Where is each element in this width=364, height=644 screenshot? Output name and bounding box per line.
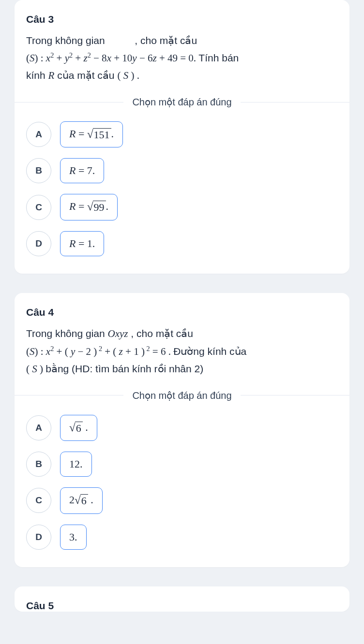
- prompt-text: Chọn một đáp án đúng: [123, 96, 240, 108]
- math-var: z: [119, 346, 123, 357]
- text: 3.: [69, 531, 77, 543]
- text: của mặt cầu: [54, 70, 117, 81]
- math-var: R: [69, 200, 76, 212]
- text: + 1 ): [123, 346, 145, 357]
- text: ) .: [128, 70, 139, 81]
- text: 12.: [69, 458, 83, 470]
- math-var: S: [30, 346, 35, 357]
- text: .: [83, 421, 88, 433]
- text: (: [117, 70, 123, 81]
- math-var: y: [71, 346, 75, 357]
- text: Trong không gian: [26, 328, 108, 339]
- text: Tính bán: [198, 52, 239, 63]
- divider-line: [15, 395, 123, 395]
- text: .: [88, 494, 93, 506]
- math-var: O: [108, 328, 115, 339]
- text: , cho mặt cầu: [128, 328, 194, 339]
- prompt-divider: Chọn một đáp án đúng: [15, 96, 349, 108]
- option-letter[interactable]: D: [26, 525, 51, 550]
- math-var: x: [46, 52, 50, 64]
- option-content[interactable]: 2√6 .: [60, 487, 103, 513]
- text: = 6 .: [150, 346, 171, 357]
- text: + 49 = 0.: [157, 52, 196, 64]
- sqrt-arg: 6: [75, 422, 83, 435]
- sqrt-arg: 6: [80, 494, 88, 507]
- option-letter[interactable]: B: [26, 452, 51, 477]
- text: .: [106, 200, 109, 212]
- option-letter[interactable]: C: [26, 488, 51, 513]
- text: = 7.: [76, 164, 95, 176]
- question-title: Câu 5: [26, 600, 338, 612]
- text: = 1.: [76, 237, 95, 249]
- option-letter[interactable]: A: [26, 122, 51, 147]
- option-letter[interactable]: A: [26, 415, 51, 440]
- question-title: Câu 3: [26, 14, 338, 25]
- sqrt-arg: 151: [93, 128, 111, 141]
- math-var: z: [152, 52, 156, 64]
- divider-line: [241, 395, 349, 395]
- text: +: [73, 52, 83, 64]
- divider-line: [15, 102, 123, 102]
- text: +: [54, 52, 64, 64]
- option-c[interactable]: C 2√6 .: [26, 487, 338, 513]
- options-list: A R = √151. B R = 7. C R = √99. D R = 1.: [26, 121, 338, 256]
- option-content[interactable]: √6 .: [60, 415, 97, 441]
- option-content[interactable]: 12.: [60, 452, 92, 477]
- math-var: R: [69, 128, 76, 140]
- text: 2: [69, 494, 75, 506]
- question-card-4: Câu 4 Trong không gian Oxyz , cho mặt cầ…: [15, 293, 349, 567]
- text: kính: [26, 70, 48, 81]
- text: Trong không gian: [26, 35, 105, 46]
- question-card-5: Câu 5: [15, 586, 349, 612]
- sqrt-arg: 99: [93, 201, 106, 214]
- option-content[interactable]: R = 7.: [60, 158, 104, 183]
- divider-line: [241, 102, 349, 102]
- text: bằng (HD: tìm bán kính rồi nhân 2): [46, 363, 203, 374]
- math-var: y: [65, 52, 69, 64]
- option-letter[interactable]: C: [26, 195, 51, 220]
- option-c[interactable]: C R = √99.: [26, 194, 338, 220]
- sqrt-icon: √: [69, 422, 76, 433]
- option-d[interactable]: D R = 1.: [26, 231, 338, 256]
- option-letter[interactable]: B: [26, 158, 51, 183]
- text: − 6: [137, 52, 153, 64]
- sqrt-icon: √: [75, 495, 81, 506]
- text: =: [76, 200, 87, 212]
- text: ) :: [35, 346, 46, 357]
- text: (: [26, 363, 32, 375]
- question-body: Trong không gian Oxyz , cho mặt cầu (S) …: [26, 325, 338, 378]
- option-content[interactable]: R = 1.: [60, 231, 104, 256]
- text: (: [26, 346, 30, 357]
- math-var: S: [123, 70, 129, 81]
- math-var: R: [48, 70, 55, 81]
- math-var: x: [46, 346, 50, 357]
- question-card-3: Câu 3 Trong không gian , cho mặt cầu (S)…: [15, 0, 349, 274]
- option-content[interactable]: R = √151.: [60, 121, 123, 147]
- option-a[interactable]: A √6 .: [26, 415, 338, 441]
- math-var: y: [132, 52, 136, 64]
- option-content[interactable]: R = √99.: [60, 194, 118, 220]
- text: − 2 ): [75, 346, 97, 357]
- sqrt-icon: √: [87, 129, 93, 140]
- option-content[interactable]: 3.: [60, 525, 87, 550]
- option-a[interactable]: A R = √151.: [26, 121, 338, 147]
- option-letter[interactable]: D: [26, 231, 51, 256]
- math-var: z: [83, 52, 87, 64]
- text: + 10: [111, 52, 132, 64]
- text: =: [76, 128, 87, 140]
- math-var: x: [107, 52, 111, 64]
- text: .: [111, 128, 114, 140]
- math-var: xyz: [115, 328, 128, 339]
- sqrt-icon: √: [87, 201, 93, 212]
- prompt-divider: Chọn một đáp án đúng: [15, 390, 349, 401]
- text: , cho mặt cầu: [135, 35, 197, 46]
- text: − 8: [91, 52, 107, 64]
- options-list: A √6 . B 12. C 2√6 . D 3.: [26, 415, 338, 550]
- text: (: [26, 52, 30, 64]
- option-b[interactable]: B 12.: [26, 452, 338, 477]
- math-var: S: [30, 52, 35, 64]
- text: + (: [54, 346, 71, 357]
- option-d[interactable]: D 3.: [26, 525, 338, 550]
- text: + (: [102, 346, 119, 357]
- option-b[interactable]: B R = 7.: [26, 158, 338, 183]
